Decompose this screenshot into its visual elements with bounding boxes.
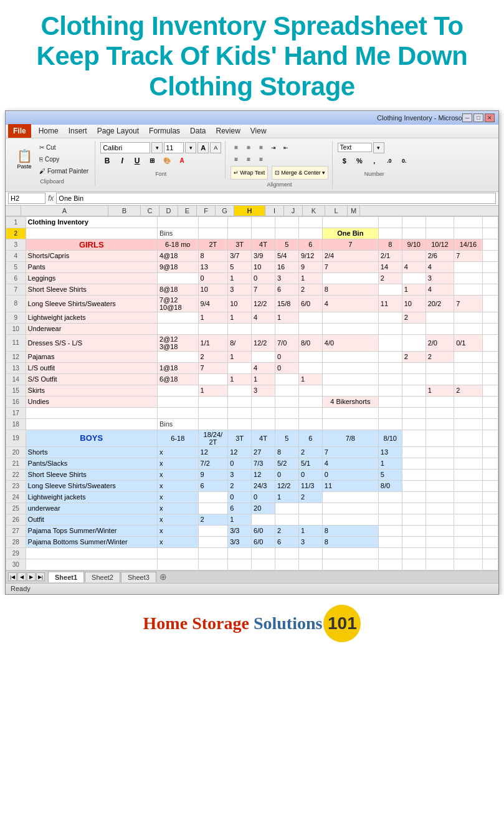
cell-18-10[interactable] xyxy=(426,418,454,430)
table-row[interactable]: 12Pajamas21022 xyxy=(6,351,498,362)
cell-11-2[interactable]: 1/1 xyxy=(198,334,228,351)
cell-29-2[interactable] xyxy=(198,547,228,559)
cell-21-2[interactable]: 7/2 xyxy=(198,458,228,469)
col-header-h[interactable]: H xyxy=(234,206,265,216)
cell-9-0[interactable]: Lightweight jackets xyxy=(26,312,157,323)
cell-14-4[interactable]: 1 xyxy=(252,373,275,385)
cell-9-9[interactable]: 2 xyxy=(402,312,426,323)
cell-11-3[interactable]: 8/ xyxy=(228,334,252,351)
cell-20-6[interactable]: 2 xyxy=(298,446,322,458)
row-number-10[interactable]: 10 xyxy=(6,323,26,334)
cell-27-12[interactable] xyxy=(482,525,498,536)
cell-9-4[interactable]: 4 xyxy=(252,312,275,323)
cell-22-1[interactable]: x xyxy=(157,469,198,480)
table-row[interactable]: 29 xyxy=(6,547,498,559)
cell-17-1[interactable] xyxy=(157,407,198,418)
cell-2-11[interactable] xyxy=(454,228,483,239)
menu-page-layout[interactable]: Page Layout xyxy=(92,124,144,138)
cell-25-4[interactable]: 20 xyxy=(252,503,275,514)
cell-11-7[interactable]: 4/0 xyxy=(322,334,378,351)
align-top-center-button[interactable]: ≡ xyxy=(243,142,254,153)
cell-15-3[interactable] xyxy=(228,385,252,396)
sheet-tab-1[interactable]: Sheet1 xyxy=(48,571,84,582)
row-number-13[interactable]: 13 xyxy=(6,362,26,373)
cell-17-2[interactable] xyxy=(198,407,228,418)
cell-16-10[interactable] xyxy=(426,396,454,407)
cell-26-11[interactable] xyxy=(454,514,483,525)
cell-30-7[interactable] xyxy=(322,559,378,570)
cell-14-7[interactable] xyxy=(322,373,378,385)
cell-25-3[interactable]: 6 xyxy=(228,503,252,514)
cell-15-4[interactable]: 3 xyxy=(252,385,275,396)
table-row[interactable]: 22Short Sleeve Shirtsx93120005 xyxy=(6,469,498,480)
cell-30-6[interactable] xyxy=(298,559,322,570)
cell-30-10[interactable] xyxy=(426,559,454,570)
cell-7-8[interactable] xyxy=(378,284,402,295)
col-header-c[interactable]: C xyxy=(141,206,159,216)
cell-20-7[interactable]: 7 xyxy=(322,446,378,458)
cell-11-0[interactable]: Dresses S/S - L/S xyxy=(26,334,157,351)
cell-16-4[interactable] xyxy=(252,396,275,407)
row-number-23[interactable]: 23 xyxy=(6,480,26,491)
cell-8-0[interactable]: Long Sleeve Shirts/Sweaters xyxy=(26,295,157,312)
row-number-7[interactable]: 7 xyxy=(6,284,26,295)
cell-23-12[interactable] xyxy=(482,480,498,491)
merge-center-button[interactable]: ⊡ Merge & Center ▾ xyxy=(272,166,328,180)
cell-14-3[interactable]: 1 xyxy=(228,373,252,385)
cell-20-2[interactable]: 12 xyxy=(198,446,228,458)
row-number-24[interactable]: 24 xyxy=(6,491,26,503)
menu-home[interactable]: Home xyxy=(34,124,64,138)
cell-13-5[interactable]: 0 xyxy=(275,362,298,373)
cell-20-5[interactable]: 8 xyxy=(275,446,298,458)
cell-23-10[interactable] xyxy=(426,480,454,491)
col-header-a[interactable]: A xyxy=(21,206,108,216)
cell-30-3[interactable] xyxy=(228,559,252,570)
table-row[interactable]: 25underwearx620 xyxy=(6,503,498,514)
col-header-e[interactable]: E xyxy=(178,206,197,216)
cell-2-8[interactable] xyxy=(378,228,402,239)
cell-12-8[interactable] xyxy=(378,351,402,362)
cell-23-8[interactable]: 8/0 xyxy=(378,480,402,491)
close-button[interactable]: ✕ xyxy=(485,113,495,122)
cell-9-8[interactable] xyxy=(378,312,402,323)
cell-2-12[interactable] xyxy=(482,228,498,239)
cell-10-2[interactable] xyxy=(198,323,228,334)
cell-30-8[interactable] xyxy=(378,559,402,570)
cell-2-0[interactable] xyxy=(26,228,157,239)
cell-12-11[interactable] xyxy=(454,351,483,362)
cell-3-3[interactable]: 3T xyxy=(228,239,252,250)
cell-4-4[interactable]: 3/9 xyxy=(252,250,275,261)
table-row[interactable]: 26Outfitx21 xyxy=(6,514,498,525)
cell-1-4[interactable] xyxy=(252,216,275,228)
cell-30-2[interactable] xyxy=(198,559,228,570)
cell-9-6[interactable] xyxy=(298,312,322,323)
cell-14-11[interactable] xyxy=(454,373,483,385)
sheet-tab-3[interactable]: Sheet3 xyxy=(121,572,156,582)
row-number-8[interactable]: 8 xyxy=(6,295,26,312)
indent-increase-button[interactable]: ⇥ xyxy=(268,142,279,153)
table-row[interactable]: 2BinsOne Bin xyxy=(6,228,498,239)
cell-21-11[interactable] xyxy=(454,458,483,469)
cell-8-11[interactable]: 7 xyxy=(454,295,483,312)
cell-24-6[interactable]: 2 xyxy=(298,491,322,503)
cell-6-0[interactable]: Leggings xyxy=(26,272,157,284)
cell-5-8[interactable]: 14 xyxy=(378,261,402,272)
currency-button[interactable]: $ xyxy=(338,154,351,168)
cell-4-5[interactable]: 5/4 xyxy=(275,250,298,261)
underline-button[interactable]: U xyxy=(130,154,144,168)
cell-17-12[interactable] xyxy=(482,407,498,418)
cell-5-10[interactable]: 4 xyxy=(426,261,454,272)
cell-2-9[interactable] xyxy=(402,228,426,239)
cell-19-0[interactable]: BOYS xyxy=(26,430,157,446)
cell-25-1[interactable]: x xyxy=(157,503,198,514)
menu-review[interactable]: Review xyxy=(211,124,245,138)
cell-2-2[interactable] xyxy=(198,228,228,239)
cell-24-0[interactable]: Lightweight jackets xyxy=(26,491,157,503)
cell-4-12[interactable] xyxy=(482,250,498,261)
cell-9-5[interactable]: 1 xyxy=(275,312,298,323)
cell-24-7[interactable] xyxy=(322,491,378,503)
cell-21-7[interactable]: 4 xyxy=(322,458,378,469)
cell-28-4[interactable]: 6/0 xyxy=(252,536,275,547)
cell-13-1[interactable]: 1@18 xyxy=(157,362,198,373)
cell-10-0[interactable]: Underwear xyxy=(26,323,157,334)
